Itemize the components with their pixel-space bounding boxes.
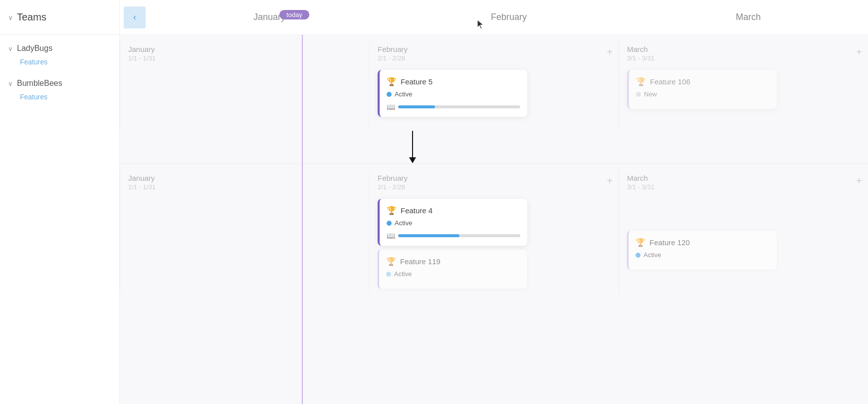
ladybugs-group-header[interactable]: ∨ LadyBugs — [0, 41, 119, 56]
feature-4-card[interactable]: 🏆 Feature 4 Active 📖 — [378, 199, 527, 246]
bumblebees-february-col: February 2/1 - 2/28 + 🏆 Feature 4 Acti — [369, 170, 619, 293]
feature-5-status-dot — [387, 92, 392, 97]
ladybugs-mar-title: March — [627, 45, 860, 53]
feature-119-title: 🏆 Feature 119 — [386, 257, 520, 266]
bumblebees-feb-add-button[interactable]: + — [607, 176, 613, 186]
feature-120-title: 🏆 Feature 120 — [636, 238, 770, 247]
bumblebees-month-cols: January 1/1 - 1/31 February 2/1 - 2/28 +… — [120, 170, 868, 293]
ladybugs-chevron-icon: ∨ — [8, 45, 13, 52]
feature-120-trophy-icon: 🏆 — [636, 238, 646, 247]
bumblebees-mar-title: March — [627, 174, 860, 182]
feature-119-status-dot — [386, 272, 391, 277]
feature-5-status: Active — [387, 90, 520, 98]
ladybugs-label: LadyBugs — [17, 44, 52, 53]
february-header: February — [389, 12, 629, 22]
arrow-line — [412, 131, 413, 157]
feature-5-book-icon: 📖 — [387, 103, 395, 111]
ladybugs-section: January 1/1 - 1/31 February 2/1 - 2/28 +… — [120, 35, 868, 163]
feature-5-title: 🏆 Feature 5 — [387, 77, 520, 86]
arrow-head-icon — [409, 157, 416, 163]
feature-106-status-dot — [636, 92, 641, 97]
dependency-arrow — [409, 131, 416, 163]
feature-5-card[interactable]: 🏆 Feature 5 Active 📖 — [378, 70, 527, 117]
feature-119-trophy-icon: 🏆 — [386, 257, 396, 266]
ladybugs-march-col: March 3/1 - 3/31 + 🏆 Feature 106 New — [619, 41, 868, 131]
feature-106-status: New — [636, 90, 770, 98]
feature-120-status: Active — [636, 251, 770, 259]
feature-4-status-dot — [387, 221, 392, 226]
month-header-row: ‹ today January February March — [120, 0, 868, 35]
teams-chevron-icon: ∨ — [8, 13, 13, 21]
feature-106-title: 🏆 Feature 106 — [636, 77, 770, 86]
bumblebees-mar-range: 3/1 - 3/31 — [627, 183, 860, 191]
feature-106-trophy-icon: 🏆 — [636, 77, 646, 86]
feature-120-status-dot — [636, 253, 641, 258]
feature-119-status: Active — [386, 270, 520, 278]
feature-5-progress-bar — [398, 105, 520, 108]
feature-4-book-icon: 📖 — [387, 232, 395, 240]
feature-4-progress: 📖 — [387, 232, 520, 240]
feature-120-card[interactable]: 🏆 Feature 120 Active — [627, 231, 777, 270]
feature-4-status: Active — [387, 219, 520, 227]
ladybugs-feb-add-button[interactable]: + — [607, 47, 613, 57]
nav-back-button[interactable]: ‹ — [124, 6, 146, 28]
january-header: today January — [150, 12, 389, 22]
ladybugs-feb-title: February — [378, 45, 611, 53]
feature-5-progress: 📖 — [387, 103, 520, 111]
main-content: ‹ today January February March January 1… — [120, 0, 868, 404]
ladybugs-group: ∨ LadyBugs Features — [0, 35, 119, 70]
today-badge: today — [279, 10, 309, 19]
feature-5-trophy-icon: 🏆 — [387, 77, 397, 86]
bumblebees-features-link[interactable]: Features — [0, 91, 119, 103]
bumblebees-march-col: March 3/1 - 3/31 + 🏆 Feature 120 Activ — [619, 170, 868, 293]
bumblebees-jan-range: 1/1 - 1/31 — [128, 183, 361, 191]
teams-header[interactable]: ∨ Teams — [0, 0, 119, 35]
ladybugs-month-cols: January 1/1 - 1/31 February 2/1 - 2/28 +… — [120, 41, 868, 131]
chevron-left-icon: ‹ — [133, 12, 136, 22]
sidebar: ∨ Teams ∨ LadyBugs Features ∨ BumbleBees… — [0, 0, 120, 404]
feature-4-progress-bar — [398, 234, 520, 237]
feature-119-card[interactable]: 🏆 Feature 119 Active — [378, 250, 527, 289]
ladybugs-feb-range: 2/1 - 2/28 — [378, 54, 611, 62]
ladybugs-january-col: January 1/1 - 1/31 — [120, 41, 369, 131]
bumblebees-mar-add-button[interactable]: + — [856, 176, 862, 186]
bumblebees-group-header[interactable]: ∨ BumbleBees — [0, 76, 119, 91]
march-header: March — [629, 12, 868, 22]
ladybugs-features-link[interactable]: Features — [0, 56, 119, 68]
feature-4-trophy-icon: 🏆 — [387, 206, 397, 215]
dependency-arrow-container — [120, 131, 868, 163]
feature-4-progress-fill — [398, 234, 459, 237]
bumblebees-jan-title: January — [128, 174, 361, 182]
bumblebees-chevron-icon: ∨ — [8, 80, 13, 87]
feature-106-card[interactable]: 🏆 Feature 106 New — [627, 70, 777, 109]
feature-4-title: 🏆 Feature 4 — [387, 206, 520, 215]
bumblebees-january-col: January 1/1 - 1/31 — [120, 170, 369, 293]
bumblebees-feb-range: 2/1 - 2/28 — [378, 183, 611, 191]
timeline-area: January 1/1 - 1/31 February 2/1 - 2/28 +… — [120, 35, 868, 404]
ladybugs-mar-range: 3/1 - 3/31 — [627, 54, 860, 62]
bumblebees-label: BumbleBees — [17, 79, 62, 88]
ladybugs-february-col: February 2/1 - 2/28 + 🏆 Feature 5 Acti — [369, 41, 619, 131]
teams-label: Teams — [17, 11, 46, 23]
ladybugs-jan-range: 1/1 - 1/31 — [128, 54, 361, 62]
bumblebees-feb-title: February — [378, 174, 611, 182]
ladybugs-jan-title: January — [128, 45, 361, 53]
ladybugs-mar-add-button[interactable]: + — [856, 47, 862, 57]
bumblebees-group: ∨ BumbleBees Features — [0, 70, 119, 105]
bumblebees-section: January 1/1 - 1/31 February 2/1 - 2/28 +… — [120, 164, 868, 293]
feature-5-progress-fill — [398, 105, 435, 108]
